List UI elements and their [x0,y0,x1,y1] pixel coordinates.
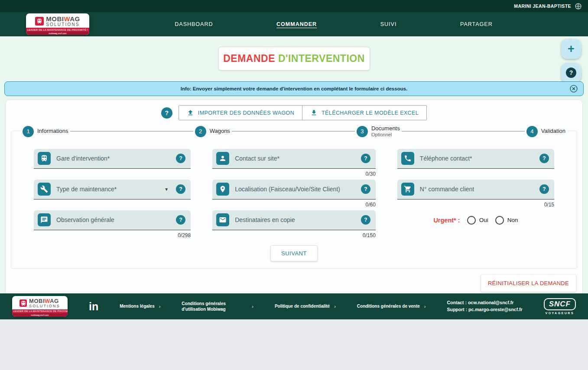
logo-top: MOBIWAG SOLUTIONS [12,296,68,309]
type-maintenance-select[interactable]: Type de maintenance* ▼ ? [34,180,191,199]
step-2-circle[interactable]: 2 [195,126,206,137]
field-observation-generale: Observation générale ? 0/298 [34,210,191,239]
app-screen: MARINI JEAN-BAPTISTE MOBIWAG SOLUTIONS L… [0,0,588,370]
logo-tagline: LEADER DE LA MAINTENANCE DE PROXIMITÉ ! [12,309,68,313]
step-1-circle[interactable]: 1 [23,126,34,137]
reset-row: RÉINITIALISER LA DEMANDE [10,274,578,292]
field-label: Destinataires en copie [235,216,355,223]
step-informations[interactable]: 1 Informations [21,126,70,137]
info-banner-text: Info: Envoyer simplement votre demande d… [5,86,583,91]
plus-icon: + [568,43,575,55]
arrow-icon: › [424,304,426,309]
mobiwag-logo[interactable]: MOBIWAG SOLUTIONS LEADER DE LA MAINTENAN… [26,13,89,35]
person-icon [216,152,229,165]
close-icon[interactable] [569,84,578,93]
stepper: 1 Informations 2 Wagons 3 Documents Opti… [21,125,567,138]
wrench-icon [38,183,51,196]
help-icon[interactable]: ? [361,215,370,225]
char-counter: 0/298 [34,232,191,239]
footer-link-politique-confidentialite[interactable]: Politique de confidentialité › [275,303,336,309]
gare-intervention-input[interactable]: Gare d'intervention* ? [34,149,191,169]
info-banner: Info: Envoyer simplement votre demande d… [4,81,584,96]
top-user-bar: MARINI JEAN-BAPTISTE [0,0,588,12]
field-label: N° commande client [420,186,534,193]
train-icon [38,152,51,165]
help-icon[interactable]: ? [539,184,549,194]
field-label: Gare d'intervention* [56,155,170,162]
footer-link-cgu-mobiwag[interactable]: Conditions générales d'utilisation Mobiw… [182,301,253,312]
download-excel-template-button[interactable]: TÉLÉCHARGER LE MODÈLE EXCEL [302,106,426,120]
import-toolbar: ? IMPORTER DES DONNÉES WAGON TÉLÉCHARGER… [10,105,578,120]
localisation-input[interactable]: Localisation (Faisceau/Voie/Site Client)… [212,180,376,199]
field-gare-intervention: Gare d'intervention* ? [34,149,191,177]
footer-link-cgv[interactable]: Conditions générales de vente › [357,303,426,309]
numero-commande-client-input[interactable]: N° commande client ? [397,180,554,199]
help-icon[interactable]: ? [539,154,549,163]
step-connector [232,131,355,132]
sncf-logo-box: SNCF [544,298,576,310]
mobiwag-mark-icon [35,17,44,26]
help-button[interactable]: ? [561,63,581,83]
destinataires-copie-input[interactable]: Destinataires en copie ? [212,210,376,230]
step-validation[interactable]: 4 Validation [525,126,567,137]
urgent-label: Urgent* : [433,217,460,224]
field-label: Téléphone contact* [420,155,534,162]
radio-non[interactable] [495,216,504,225]
next-button[interactable]: SUIVANT [270,245,318,261]
step-1-label: Informations [37,128,68,135]
step-3-sublabel: Optionnel [371,132,400,138]
logo-text: MOBIWAG SOLUTIONS [29,298,60,308]
question-icon: ? [566,68,576,78]
step-4-circle[interactable]: 4 [526,126,538,137]
mobiwag-mark-icon [19,299,27,307]
step-documents[interactable]: 3 Documents Optionnel [355,125,402,138]
char-counter [34,171,191,177]
radio-non-label: Non [507,217,518,223]
help-icon[interactable]: ? [176,154,185,163]
field-destinataires-copie: Destinataires en copie ? 0/150 [212,210,376,239]
page-bottom-area [0,319,588,370]
nav-item-commander[interactable]: COMMANDER [276,21,317,27]
import-wagon-data-label: IMPORTER DES DONNÉES WAGON [198,110,294,116]
download-excel-template-label: TÉLÉCHARGER LE MODÈLE EXCEL [322,110,419,116]
step-wagons[interactable]: 2 Wagons [193,126,232,137]
footer-link-mentions-legales[interactable]: Mentions légales › [120,303,160,309]
step-3-circle[interactable]: 3 [357,126,368,137]
linkedin-icon[interactable]: in [89,301,98,312]
char-counter [397,171,554,177]
help-icon[interactable]: ? [361,184,370,194]
phone-icon [401,152,414,165]
arrow-icon: › [252,304,253,309]
next-row: SUIVANT [34,245,554,261]
help-icon[interactable]: ? [176,184,185,194]
char-counter: 0/150 [212,232,376,239]
user-name[interactable]: MARINI JEAN-BAPTISTE [514,3,571,9]
field-localisation: Localisation (Faisceau/Voie/Site Client)… [212,180,376,208]
radio-oui[interactable] [467,216,476,225]
step-2-label: Wagons [210,128,230,135]
contact-line: Contact : ocw.national@sncf.fr [447,299,522,306]
chevron-down-icon[interactable]: ▼ [164,187,169,192]
field-numero-commande-client: N° commande client ? 0/15 [397,180,554,208]
reset-request-button[interactable]: RÉINITIALISER LA DEMANDE [481,274,576,292]
help-icon[interactable]: ? [176,215,185,225]
import-help-icon[interactable]: ? [161,107,172,119]
observation-generale-input[interactable]: Observation générale ? [34,210,191,230]
import-wagon-data-button[interactable]: IMPORTER DES DONNÉES WAGON [179,106,302,120]
contact-sur-site-input[interactable]: Contact sur site* ? [212,149,376,169]
nav-item-dashboard[interactable]: DASHBOARD [175,21,213,27]
add-button[interactable]: + [561,39,581,59]
urgent-row: Urgent* : Oui Non [397,210,554,230]
urgent-oui-option[interactable]: Oui [467,216,488,225]
nav-item-suivi[interactable]: SUIVI [380,21,397,27]
globe-icon[interactable] [575,3,582,10]
main-navbar: MOBIWAG SOLUTIONS LEADER DE LA MAINTENAN… [0,12,588,36]
nav-item-partager[interactable]: PARTAGER [460,21,493,27]
help-icon[interactable]: ? [361,154,370,163]
telephone-contact-input[interactable]: Téléphone contact* ? [397,149,554,169]
sncf-voyageurs-label: VOYAGEURS [545,312,574,315]
logo-site: mobiwag.sncf.com [12,313,68,317]
footer: MOBIWAG SOLUTIONS LEADER DE LA MAINTENAN… [0,293,588,319]
urgent-non-option[interactable]: Non [495,216,518,225]
page-title-part2: D'INTERVENTION [278,53,365,64]
